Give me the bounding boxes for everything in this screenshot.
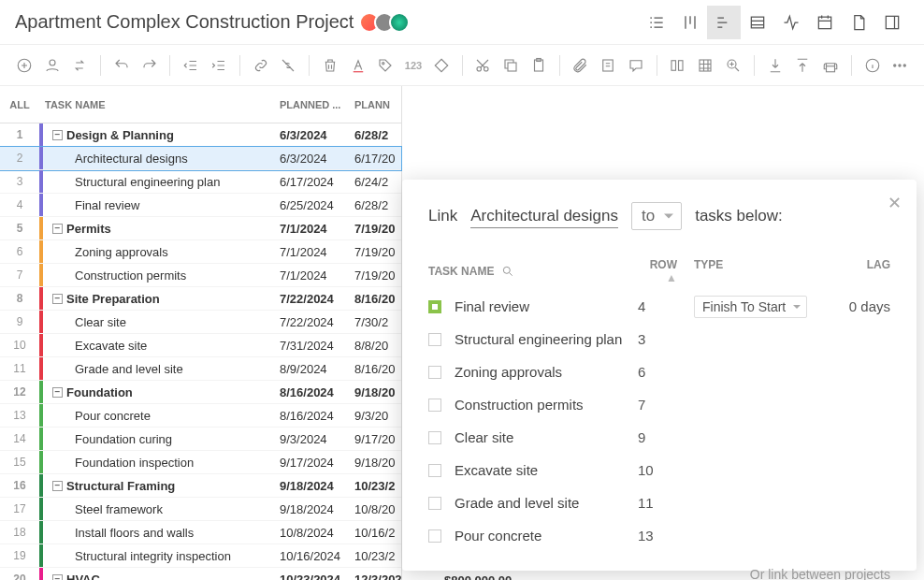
task-row[interactable]: 2Architectural designs6/3/20246/17/20 [0, 147, 401, 170]
task-name[interactable]: Clear site [43, 315, 280, 329]
task-name[interactable]: Final review [43, 198, 280, 212]
task-name[interactable]: Excavate site [43, 339, 280, 353]
note-icon[interactable] [595, 52, 621, 79]
collapse-icon[interactable]: − [52, 224, 63, 234]
task-row[interactable]: 5−Permits7/1/20247/19/20 [0, 217, 401, 240]
link-target-row[interactable]: Grade and level site11 [428, 486, 890, 519]
checkbox[interactable] [428, 366, 441, 379]
task-name[interactable]: Grade and level site [43, 362, 280, 376]
task-row[interactable]: 16−Structural Framing9/18/202410/23/2 [0, 474, 401, 498]
task-row[interactable]: 3Structural engineering plan6/17/20246/2… [0, 170, 401, 194]
indent-icon[interactable] [206, 52, 232, 79]
task-name[interactable]: Steel framework [43, 502, 280, 516]
search-icon[interactable] [501, 265, 514, 278]
checkbox[interactable] [428, 464, 441, 477]
checkbox[interactable] [428, 431, 441, 444]
task-name[interactable]: −Structural Framing [43, 479, 280, 493]
source-task-name[interactable]: Architectural designs [470, 207, 618, 228]
assign-icon[interactable] [39, 52, 65, 79]
more-icon[interactable] [887, 52, 913, 79]
task-row[interactable]: 8−Site Preparation7/22/20248/16/20 [0, 287, 401, 311]
task-name[interactable]: Structural integrity inspection [43, 549, 280, 563]
col-planned-end[interactable]: PLANN [354, 99, 401, 110]
checkbox[interactable] [428, 497, 441, 510]
close-icon[interactable]: ✕ [888, 193, 902, 213]
swap-icon[interactable] [66, 52, 93, 79]
task-row[interactable]: 9Clear site7/22/20247/30/2 [0, 311, 401, 334]
unlink-icon[interactable] [275, 52, 301, 79]
link-target-row[interactable]: Construction permits7 [428, 388, 890, 421]
direction-select[interactable]: to [631, 202, 682, 230]
info-icon[interactable] [859, 52, 886, 79]
task-row[interactable]: 1−Design & Planning6/3/20246/28/2 [0, 123, 401, 147]
columns-icon[interactable] [665, 52, 691, 79]
grid-icon[interactable] [692, 52, 718, 79]
paste-icon[interactable] [526, 52, 552, 79]
task-row[interactable]: 7Construction permits7/1/20247/19/20 [0, 264, 401, 287]
col-planned-start[interactable]: PLANNED ... [280, 99, 354, 110]
gantt-view-icon[interactable] [707, 6, 741, 39]
col-all[interactable]: ALL [0, 99, 39, 110]
zoom-icon[interactable] [720, 52, 746, 79]
link-target-row[interactable]: Pour concrete13 [428, 519, 890, 552]
export-icon[interactable] [789, 52, 816, 79]
task-row[interactable]: 18Install floors and walls10/8/202410/16… [0, 521, 401, 544]
task-row[interactable]: 4Final review6/25/20246/28/2 [0, 194, 401, 217]
activity-view-icon[interactable] [774, 6, 808, 39]
shape-icon[interactable] [428, 52, 455, 79]
link-target-row[interactable]: Structural engineering plan3 [428, 323, 890, 355]
task-row[interactable]: 14Foundation curing9/3/20249/17/20 [0, 428, 401, 451]
board-view-icon[interactable] [673, 6, 707, 39]
collapse-icon[interactable]: − [52, 130, 63, 140]
link-target-row[interactable]: Clear site9 [428, 421, 890, 454]
attach-icon[interactable] [568, 52, 594, 79]
avatar-stack[interactable] [365, 12, 410, 33]
col-name[interactable]: TASK NAME [39, 99, 280, 110]
print-icon[interactable] [817, 52, 844, 79]
collapse-icon[interactable]: − [52, 481, 63, 491]
link-target-row[interactable]: Final review4Finish To Start0 days [428, 290, 890, 323]
project-title[interactable]: Apartment Complex Construction Project [15, 11, 354, 33]
task-name[interactable]: −Site Preparation [43, 292, 280, 306]
task-row[interactable]: 11Grade and level site8/9/20248/16/20 [0, 357, 401, 381]
collapse-icon[interactable]: − [52, 294, 63, 304]
task-name[interactable]: Structural engineering plan [43, 175, 280, 189]
task-name[interactable]: −Permits [43, 222, 280, 236]
checkbox[interactable] [428, 333, 441, 346]
redo-icon[interactable] [137, 52, 163, 79]
task-name[interactable]: −Foundation [43, 385, 280, 399]
task-name[interactable]: Construction permits [43, 268, 280, 283]
task-row[interactable]: 15Foundation inspection9/17/20249/18/20 [0, 451, 401, 474]
checkbox[interactable] [428, 300, 441, 313]
collapse-icon[interactable]: − [52, 574, 63, 581]
task-row[interactable]: 19Structural integrity inspection10/16/2… [0, 544, 401, 568]
add-icon[interactable] [11, 52, 37, 79]
delete-icon[interactable] [317, 52, 343, 79]
tag-icon[interactable] [373, 52, 399, 79]
task-name[interactable]: Architectural designs [43, 152, 280, 166]
outdent-icon[interactable] [178, 52, 204, 79]
link-target-row[interactable]: Zoning approvals6 [428, 355, 890, 388]
text-color-icon[interactable] [345, 52, 371, 79]
task-row[interactable]: 6Zoning approvals7/1/20247/19/20 [0, 240, 401, 264]
collapse-icon[interactable]: − [52, 387, 63, 398]
lag-value[interactable]: 0 days [834, 298, 890, 314]
task-row[interactable]: 20−HVAC10/23/202412/3/2024 [0, 568, 401, 580]
link-target-row[interactable]: Excavate site10 [428, 454, 890, 486]
document-view-icon[interactable] [842, 6, 875, 39]
cut-icon[interactable] [470, 52, 497, 79]
number-icon[interactable]: 123 [400, 52, 426, 79]
link-type-select[interactable]: Finish To Start [694, 296, 807, 318]
link-icon[interactable] [248, 52, 274, 79]
checkbox[interactable] [428, 529, 441, 543]
avatar[interactable] [389, 12, 410, 33]
task-name[interactable]: Pour concrete [43, 409, 280, 423]
task-name[interactable]: Foundation curing [43, 432, 280, 446]
table-view-icon[interactable] [741, 6, 774, 39]
import-icon[interactable] [762, 52, 788, 79]
checkbox[interactable] [428, 399, 441, 412]
task-name[interactable]: Foundation inspection [43, 456, 280, 470]
comment-icon[interactable] [623, 52, 649, 79]
task-row[interactable]: 12−Foundation8/16/20249/18/20 [0, 381, 401, 404]
task-row[interactable]: 17Steel framework9/18/202410/8/20 [0, 498, 401, 521]
